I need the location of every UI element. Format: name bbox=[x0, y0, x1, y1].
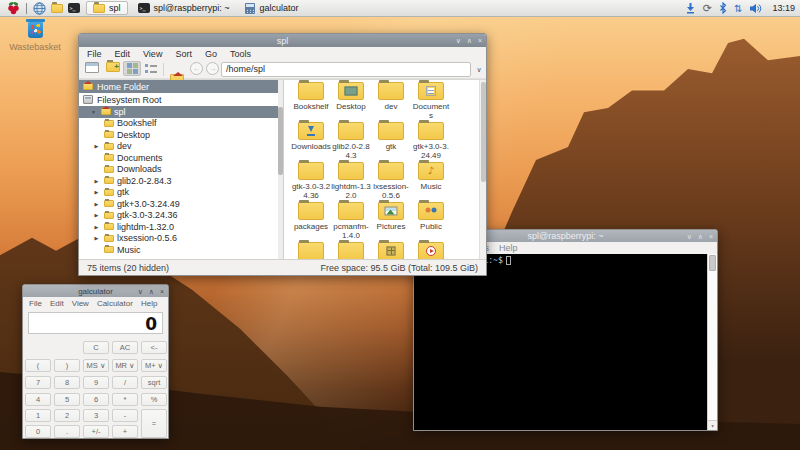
file-item[interactable] bbox=[411, 242, 451, 259]
equals-button[interactable]: = bbox=[141, 409, 167, 438]
web-browser-launcher[interactable] bbox=[31, 1, 48, 16]
expander-icon[interactable]: ▶ bbox=[92, 212, 101, 218]
plus-minus-button[interactable]: +/- bbox=[83, 425, 109, 438]
calculator-titlebar[interactable]: galculator ∨ ∧ × bbox=[23, 285, 168, 297]
sidebar-item-home-folder[interactable]: Home Folder bbox=[79, 80, 283, 93]
scrollbar-thumb[interactable] bbox=[481, 82, 486, 182]
download-updates-icon[interactable] bbox=[685, 2, 696, 14]
file-item[interactable]: lxsession-0.5.6 bbox=[371, 162, 411, 200]
icon-view-button[interactable] bbox=[123, 61, 141, 76]
taskbar-task-terminal[interactable]: >_ spl@raspberrypi: ~ bbox=[132, 1, 236, 15]
menu-help[interactable]: Help bbox=[499, 243, 518, 253]
taskbar-task-galculator[interactable]: galculator bbox=[239, 1, 304, 15]
file-item[interactable] bbox=[291, 242, 331, 259]
tree-item-desktop[interactable]: Desktop bbox=[79, 129, 278, 141]
file-item[interactable]: Documents bbox=[411, 82, 451, 120]
expander-icon[interactable]: ▶ bbox=[92, 178, 101, 184]
file-list-view[interactable]: Bookshelf Desktop dev Documents Download… bbox=[284, 80, 486, 259]
new-tab-icon[interactable] bbox=[85, 62, 99, 73]
scroll-down-button[interactable]: ▾ bbox=[708, 420, 717, 430]
key-9[interactable]: 9 bbox=[83, 376, 109, 389]
minimize-button[interactable]: ∨ bbox=[456, 37, 461, 44]
tree-item-gtk3-36[interactable]: ▶gtk-3.0-3.24.36 bbox=[79, 210, 278, 222]
file-item[interactable]: gtk bbox=[371, 122, 411, 151]
file-manager-launcher[interactable] bbox=[48, 1, 65, 16]
scrollbar-thumb[interactable] bbox=[709, 255, 716, 271]
tree-item-downloads[interactable]: Downloads bbox=[79, 164, 278, 176]
file-item[interactable]: Pictures bbox=[371, 202, 411, 231]
path-input[interactable]: /home/spl bbox=[221, 62, 471, 77]
menu-calculator[interactable]: Calculator bbox=[97, 299, 133, 308]
maximize-button[interactable]: ∧ bbox=[698, 233, 703, 240]
expander-icon[interactable]: ▶ bbox=[92, 201, 101, 207]
tree-item-gtk[interactable]: ▶gtk bbox=[79, 187, 278, 199]
file-item[interactable]: ♪Music bbox=[411, 162, 451, 191]
expander-icon[interactable]: ▶ bbox=[92, 143, 101, 149]
tree-item-spl[interactable]: ▼ spl bbox=[79, 106, 278, 118]
taskbar-task-spl[interactable]: spl bbox=[86, 1, 128, 15]
terminal-launcher[interactable]: >_ bbox=[65, 1, 82, 16]
right-paren-button[interactable]: ) bbox=[54, 359, 80, 372]
file-item[interactable]: lightdm-1.32.0 bbox=[331, 162, 371, 200]
file-item[interactable] bbox=[371, 242, 411, 259]
tree-item-lxsession[interactable]: ▶lxsession-0.5.6 bbox=[79, 233, 278, 245]
maximize-button[interactable]: ∧ bbox=[467, 37, 472, 44]
tree-item-documents[interactable]: Documents bbox=[79, 152, 278, 164]
decimal-button[interactable]: . bbox=[54, 425, 80, 438]
applications-menu-button[interactable] bbox=[5, 1, 22, 16]
close-button[interactable]: × bbox=[478, 37, 482, 44]
clear-button[interactable]: C bbox=[83, 341, 109, 354]
key-8[interactable]: 8 bbox=[54, 376, 80, 389]
multiply-button[interactable]: * bbox=[112, 393, 138, 406]
scrollbar-thumb[interactable] bbox=[278, 107, 283, 175]
expander-icon[interactable]: ▶ bbox=[92, 189, 101, 195]
key-1[interactable]: 1 bbox=[25, 409, 51, 422]
tree-item-glib[interactable]: ▶glib2.0-2.84.3 bbox=[79, 175, 278, 187]
percent-button[interactable]: % bbox=[141, 393, 167, 406]
file-manager-titlebar[interactable]: spl ∨ ∧ × bbox=[79, 34, 486, 47]
forward-button[interactable]: → bbox=[206, 62, 219, 75]
key-2[interactable]: 2 bbox=[54, 409, 80, 422]
menu-file[interactable]: File bbox=[29, 299, 42, 308]
menu-view[interactable]: View bbox=[72, 299, 89, 308]
terminal-screen[interactable]: spl@raspberrypi:~$ ▾ bbox=[414, 254, 717, 430]
close-button[interactable]: × bbox=[709, 233, 713, 240]
terminal-scrollbar[interactable]: ▾ bbox=[707, 254, 717, 430]
file-item[interactable]: Bookshelf bbox=[291, 82, 331, 111]
menu-sort[interactable]: Sort bbox=[175, 49, 192, 59]
file-item[interactable]: dev bbox=[371, 82, 411, 111]
file-item[interactable]: gtk-3.0-3.24.36 bbox=[291, 162, 331, 200]
key-6[interactable]: 6 bbox=[83, 393, 109, 406]
key-5[interactable]: 5 bbox=[54, 393, 80, 406]
expander-icon[interactable]: ▶ bbox=[92, 224, 101, 230]
back-button[interactable]: ← bbox=[190, 62, 203, 75]
minus-button[interactable]: - bbox=[112, 409, 138, 422]
tree-item-bookshelf[interactable]: Bookshelf bbox=[79, 118, 278, 130]
calculator-window[interactable]: galculator ∨ ∧ × File Edit View Calculat… bbox=[22, 284, 169, 439]
menu-edit[interactable]: Edit bbox=[50, 299, 64, 308]
refresh-sync-icon[interactable]: ⟳ bbox=[703, 3, 712, 14]
memory-store-button[interactable]: MS ∨ bbox=[83, 359, 109, 372]
file-item[interactable]: pcmanfm-1.4.0 bbox=[331, 202, 371, 240]
wastebasket-desktop-icon[interactable]: Wastebasket bbox=[8, 22, 62, 52]
file-item[interactable]: packages bbox=[291, 202, 331, 231]
sidebar-item-filesystem-root[interactable]: Filesystem Root bbox=[79, 93, 283, 106]
expander-open-icon[interactable]: ▼ bbox=[89, 109, 98, 115]
close-button[interactable]: × bbox=[160, 288, 164, 295]
network-traffic-icon[interactable]: ⇅ bbox=[734, 3, 742, 14]
minimize-button[interactable]: ∨ bbox=[687, 233, 692, 240]
backspace-button[interactable]: <- bbox=[141, 341, 167, 354]
sidebar-scrollbar[interactable] bbox=[278, 80, 283, 259]
file-item[interactable]: gtk+3.0-3.24.49 bbox=[411, 122, 451, 160]
file-item[interactable]: glib2.0-2.84.3 bbox=[331, 122, 371, 160]
menu-help[interactable]: Help bbox=[141, 299, 157, 308]
menu-tools[interactable]: Tools bbox=[230, 49, 251, 59]
sqrt-button[interactable]: sqrt bbox=[141, 376, 167, 389]
path-dropdown-arrow-icon[interactable]: ∨ bbox=[473, 62, 485, 77]
tree-item-music[interactable]: Music bbox=[79, 244, 278, 256]
volume-icon[interactable] bbox=[749, 3, 762, 14]
minimize-button[interactable]: ∨ bbox=[138, 288, 143, 295]
key-0[interactable]: 0 bbox=[25, 425, 51, 438]
key-4[interactable]: 4 bbox=[25, 393, 51, 406]
tree-item-gtk3-49[interactable]: ▶gtk+3.0-3.24.49 bbox=[79, 198, 278, 210]
